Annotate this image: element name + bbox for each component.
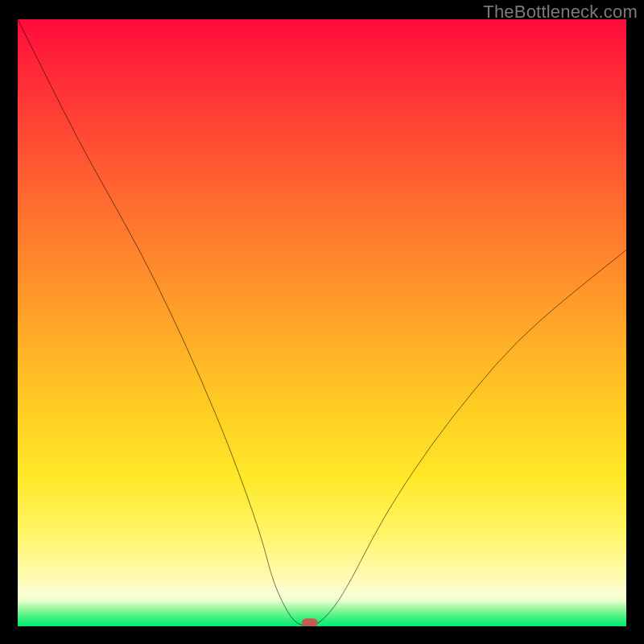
optimal-marker (302, 618, 318, 626)
bottleneck-curve (18, 19, 626, 626)
watermark-text: TheBottleneck.com (483, 2, 638, 23)
plot-area (18, 19, 626, 626)
chart-frame: TheBottleneck.com (0, 0, 644, 644)
bottleneck-curve-svg (18, 19, 626, 626)
